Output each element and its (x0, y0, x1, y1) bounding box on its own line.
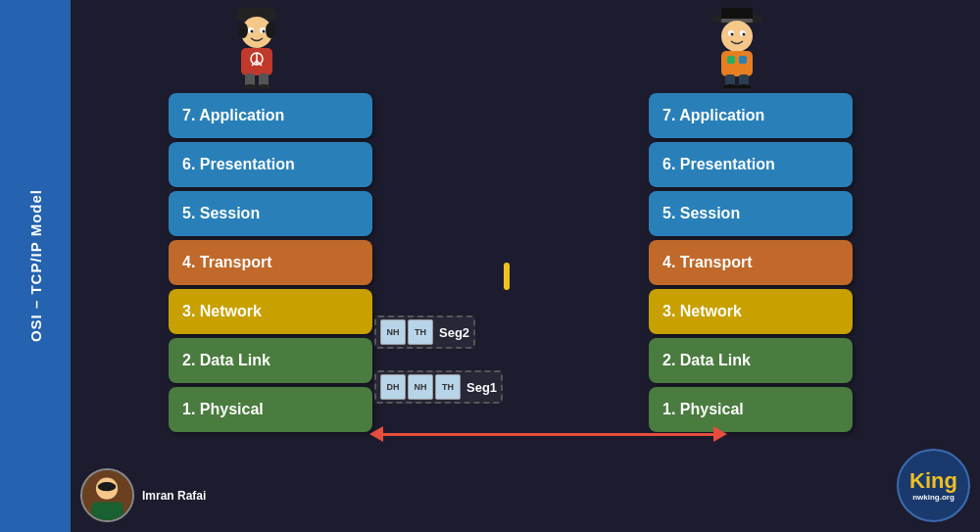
sidebar-label: OSI – TCP/IP Model (27, 189, 44, 342)
right-layer-3-network[interactable]: 3. Network (649, 289, 853, 334)
presenter-area: Imran Rafai (80, 468, 206, 522)
seg1-packet-box: DH NH TH Seg1 (374, 370, 503, 404)
king-logo: King nwking.org (897, 449, 970, 522)
character-left (218, 5, 296, 92)
right-layer-6-presentation[interactable]: 6. Presentation (649, 142, 853, 187)
main-content: 7. Application 6. Presentation 5. Sessio… (71, 0, 980, 532)
presenter-name: Imran Rafai (142, 489, 206, 503)
th-header-seg1: TH (435, 374, 461, 400)
king-sub: nwking.org (912, 493, 955, 502)
left-layer-5-session[interactable]: 5. Session (169, 191, 372, 236)
right-layer-2-datalink[interactable]: 2. Data Link (649, 338, 853, 383)
character-right-svg (698, 5, 776, 88)
dh-header-seg1: DH (380, 374, 406, 400)
arrow-line (383, 433, 713, 436)
svg-rect-27 (727, 56, 735, 64)
left-layer-1-physical[interactable]: 1. Physical (169, 387, 372, 432)
svg-point-7 (251, 30, 254, 33)
svg-point-8 (263, 30, 266, 33)
character-right (698, 5, 776, 92)
packets-area-seg1: DH NH TH Seg1 (374, 370, 503, 410)
king-brand: King (909, 470, 957, 492)
seg1-label: Seg1 (466, 380, 497, 395)
packets-area: NH TH Seg2 (374, 315, 475, 355)
svg-point-3 (238, 23, 248, 38)
presenter-avatar (80, 468, 134, 522)
left-layer-3-network[interactable]: 3. Network (169, 289, 372, 334)
left-layer-7-application[interactable]: 7. Application (169, 93, 372, 138)
seg2-label: Seg2 (439, 325, 469, 340)
svg-point-24 (731, 33, 734, 36)
th-header-seg2: TH (408, 319, 433, 345)
arrow-left-head (369, 426, 383, 442)
left-stack: 7. Application 6. Presentation 5. Sessio… (169, 93, 372, 432)
svg-point-4 (266, 23, 275, 38)
svg-point-21 (721, 21, 753, 52)
svg-point-25 (743, 33, 746, 36)
left-layer-6-presentation[interactable]: 6. Presentation (169, 142, 372, 187)
sidebar: OSI – TCP/IP Model (0, 0, 71, 532)
arrow-right-head (713, 426, 727, 442)
yellow-dot (504, 263, 510, 290)
left-layer-2-datalink[interactable]: 2. Data Link (169, 338, 372, 383)
character-left-svg (218, 5, 296, 88)
right-stack: 7. Application 6. Presentation 5. Sessio… (649, 93, 853, 432)
right-layer-7-application[interactable]: 7. Application (649, 93, 853, 138)
right-layer-5-session[interactable]: 5. Session (649, 191, 853, 236)
svg-rect-26 (721, 51, 753, 76)
physical-layer-arrow (369, 424, 727, 444)
svg-rect-35 (91, 502, 122, 520)
seg1-packet-row: DH NH TH Seg1 (374, 370, 503, 404)
svg-point-36 (98, 482, 117, 491)
nh-header-seg2: NH (380, 319, 406, 345)
nh-header-seg1: NH (408, 374, 433, 400)
left-layer-4-transport[interactable]: 4. Transport (169, 240, 372, 285)
seg2-packet-box: NH TH Seg2 (374, 315, 475, 349)
right-layer-4-transport[interactable]: 4. Transport (649, 240, 853, 285)
svg-rect-28 (739, 56, 747, 64)
seg2-packet-row: NH TH Seg2 (374, 315, 475, 349)
